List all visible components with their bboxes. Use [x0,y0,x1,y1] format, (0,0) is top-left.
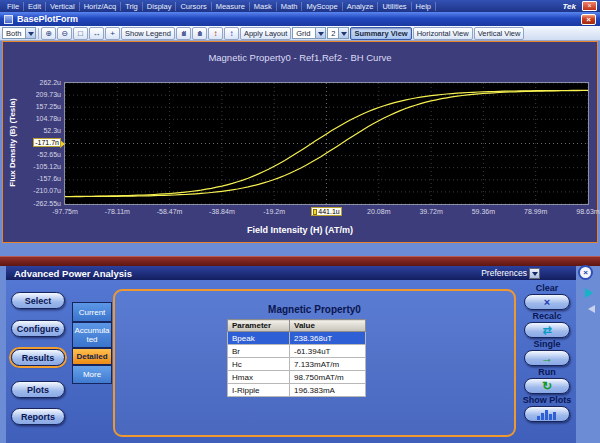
vertical-arrows-blue-button[interactable]: ↕ [224,27,239,40]
plot-title: Magnetic Property0 - Ref1,Ref2 - BH Curv… [3,52,597,63]
column-parameter[interactable]: Parameter [228,320,290,332]
zoom-box-button[interactable]: □ [73,27,88,40]
y-tick: 104.78u [5,115,61,122]
up-down-arrows-blue-icon: ↕ [229,29,233,38]
plot-select-value: Both [3,29,25,38]
single-label: Single [518,339,576,349]
x-tick: -19.2m [252,208,296,215]
y-tick: -157.6u [5,175,61,182]
baseplotform-titlebar[interactable]: BasePlotForm × [0,12,600,26]
tab-detailed[interactable]: Detailed [72,348,112,365]
panel-close-button[interactable]: × [578,265,593,280]
show-legend-button[interactable]: Show Legend [121,27,175,40]
x-tick: 98.63m [566,208,600,215]
app-menubar: FileEditVerticalHoriz/AcqTrigDisplayCurs… [0,0,600,12]
y-cursor-marker-icon[interactable] [60,140,69,148]
table-row-hc[interactable]: Hc 7.133mAT/m [228,358,366,371]
baseplotform-close-button[interactable]: × [581,14,596,25]
grid-count-combo[interactable]: 2 [327,27,349,39]
menu-item-trig[interactable]: Trig [121,2,143,11]
run-button[interactable]: ↻ [524,378,570,394]
crosshair-button[interactable]: + [105,27,120,40]
pan-icon: ↔ [93,29,101,38]
recalc-button[interactable]: ⇄ [524,322,570,338]
window-icon [4,15,13,24]
crosshair-icon: + [110,29,115,38]
menu-item-math[interactable]: Math [277,2,303,11]
recalc-label: Recalc [518,311,576,321]
tab-accumulated[interactable]: Accumulated [72,322,112,348]
reports-button[interactable]: Reports [11,408,65,425]
menu-item-horizacq[interactable]: Horiz/Acq [80,2,122,11]
column-value[interactable]: Value [290,320,366,332]
grid-select-combo[interactable]: Grid [292,27,326,39]
pan-button[interactable]: ↔ [89,27,104,40]
histogram-b-button[interactable]: ıllı [192,27,207,40]
chevron-down-icon[interactable] [25,28,35,38]
histogram-a-button[interactable]: ılıl [176,27,191,40]
histogram-bars2-icon: ıllı [197,30,201,37]
apa-titlebar[interactable]: Advanced Power Analysis Preferences [6,266,576,280]
window-title: BasePlotForm [17,14,581,24]
clear-x-icon: × [544,297,550,308]
y-tick: 157.25u [5,103,61,110]
chevron-down-icon[interactable] [315,28,325,38]
horizontal-view-button[interactable]: Horizontal View [413,27,473,40]
results-button[interactable]: Results [11,349,65,366]
menu-item-myscope[interactable]: MyScope [302,2,342,11]
bh-plot-canvas[interactable] [65,83,588,204]
results-table: Parameter Value Bpeak 238.368uT Br -61.3… [227,319,366,397]
menu-item-utilities[interactable]: Utilities [378,2,411,11]
single-button[interactable]: → [524,350,570,366]
summary-view-button[interactable]: Summary View [350,27,411,40]
vertical-view-button[interactable]: Vertical View [474,27,525,40]
menu-item-edit[interactable]: Edit [24,2,46,11]
action-run: Run ↻ [518,367,576,394]
cell-parameter: Bpeak [228,332,290,345]
clear-button[interactable]: × [524,294,570,310]
menu-item-file[interactable]: File [3,2,24,11]
chevron-down-icon[interactable] [529,268,540,279]
plots-button[interactable]: Plots [11,381,65,398]
menu-item-display[interactable]: Display [143,2,177,11]
tab-more[interactable]: More [72,365,112,384]
menu-item-mask[interactable]: Mask [250,2,277,11]
cell-value: 7.133mAT/m [290,358,366,371]
plot-toolbar: Both ⊕ ⊖ □ ↔ + Show Legend ılıl ıllı ↕ ↕… [0,26,600,41]
table-row-br[interactable]: Br -61.394uT [228,345,366,358]
zoom-out-button[interactable]: ⊖ [57,27,72,40]
menu-item-vertical[interactable]: Vertical [46,2,80,11]
vertical-arrows-red-button[interactable]: ↕ [208,27,223,40]
cell-parameter: I-Ripple [228,384,290,397]
screen: FileEditVerticalHoriz/AcqTrigDisplayCurs… [0,0,600,443]
panel-collapse-left-icon[interactable] [584,305,595,313]
configure-button[interactable]: Configure [11,320,65,337]
plot-select-combo[interactable]: Both [2,27,36,39]
apply-layout-button[interactable]: Apply Layout [240,27,291,40]
cell-parameter: Hmax [228,371,290,384]
table-row-iripple[interactable]: I-Ripple 196.383mA [228,384,366,397]
action-single: Single → [518,339,576,366]
menu-item-cursors[interactable]: Cursors [176,2,211,11]
results-title: Magnetic Property0 [115,304,514,315]
tab-current[interactable]: Current [72,302,112,322]
run-loop-arrow-icon: ↻ [542,380,552,392]
table-header-row: Parameter Value [228,320,366,332]
menu-item-help[interactable]: Help [412,2,436,11]
preferences-label: Preferences [481,268,527,278]
chevron-down-icon[interactable] [338,28,348,38]
cell-parameter: Hc [228,358,290,371]
cell-value: 238.368uT [290,332,366,345]
menu-item-measure[interactable]: Measure [212,2,250,11]
table-row-hmax[interactable]: Hmax 98.750mAT/m [228,371,366,384]
table-row-bpeak[interactable]: Bpeak 238.368uT [228,332,366,345]
panel-expand-right-icon[interactable] [585,288,598,298]
preferences-dropdown[interactable]: Preferences [481,268,540,279]
x-tick: 39.72m [409,208,453,215]
show-plots-button[interactable] [524,406,570,422]
zoom-in-button[interactable]: ⊕ [41,27,56,40]
select-button[interactable]: Select [11,292,65,309]
menu-item-analyze[interactable]: Analyze [343,2,379,11]
app-close-button[interactable]: × [582,1,597,11]
x-tick: -97.75m [43,208,87,215]
